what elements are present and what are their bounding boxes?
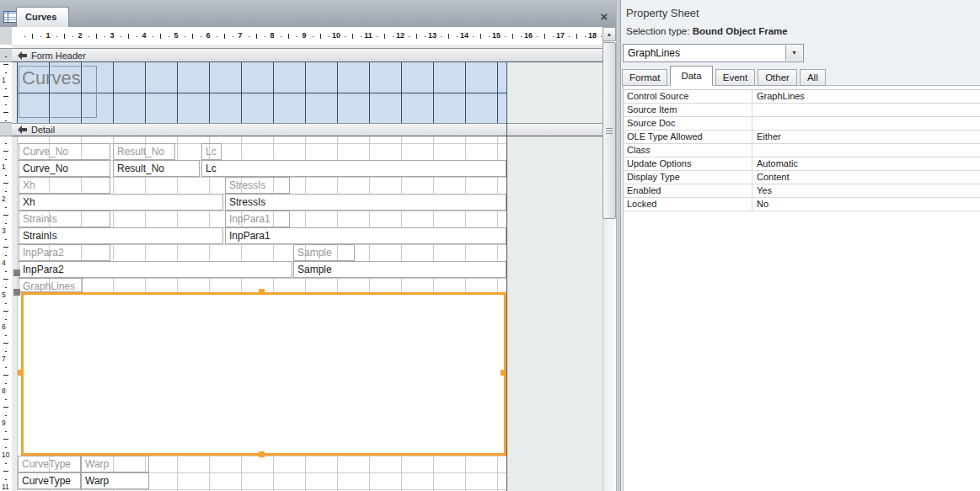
ruler-number: 14: [460, 31, 469, 40]
property-value[interactable]: Content: [752, 171, 980, 184]
selection-type-label: Selection type:: [626, 26, 689, 36]
field-caption-sample[interactable]: Sample: [293, 244, 355, 261]
ruler-mark: [137, 36, 137, 37]
ruler-number: 3: [110, 31, 114, 40]
field-caption-curve_no[interactable]: Curve_No: [19, 143, 110, 160]
move-handle-inppara2[interactable]: [13, 270, 20, 276]
field-textbox-lc[interactable]: Lc: [201, 160, 506, 177]
close-icon[interactable]: ×: [596, 8, 613, 25]
ruler-mark: [521, 36, 522, 37]
ruler-mark: [104, 36, 105, 37]
ruler-mark: [249, 36, 249, 37]
field-textbox-strainis[interactable]: StrainIs: [19, 227, 223, 244]
property-value[interactable]: GraphLines: [752, 90, 980, 103]
bound-object-frame-graphlines[interactable]: [21, 292, 506, 456]
ruler-mark: [88, 36, 89, 37]
ruler-number: 12: [396, 31, 404, 40]
ruler-mark: [3, 247, 8, 248]
section-bar-detail[interactable]: Detail: [12, 123, 602, 136]
field-caption-graphlines[interactable]: GraphLines: [19, 278, 83, 292]
field-caption-result_no[interactable]: Result_No: [113, 143, 175, 160]
ruler-number: 1: [2, 163, 6, 171]
ruler-number: 3: [2, 227, 6, 235]
property-name: Enabled: [624, 184, 752, 197]
field-caption-lc[interactable]: Lc: [201, 143, 222, 160]
field-textbox-inppara1[interactable]: InpPara1: [225, 227, 506, 244]
property-value[interactable]: [752, 104, 980, 116]
property-value[interactable]: Yes: [752, 184, 980, 197]
ruler-mark: [505, 36, 506, 37]
property-name: Control Source: [624, 90, 752, 103]
field-textbox-curvetype[interactable]: CurveType: [18, 472, 81, 489]
ruler-number: 8: [270, 31, 274, 40]
field-caption-inppara2[interactable]: InpPara2: [19, 244, 110, 261]
ruler-mark: [3, 375, 8, 376]
property-tab-all[interactable]: All: [800, 69, 826, 86]
ruler-number: 16: [524, 31, 533, 40]
resize-handle-left[interactable]: [18, 370, 24, 376]
property-value[interactable]: No: [752, 198, 980, 211]
property-value[interactable]: [752, 144, 980, 157]
ruler-mark: [601, 36, 602, 37]
ruler-mark: [120, 36, 121, 37]
tab-curves[interactable]: Curves: [16, 7, 69, 28]
ruler-corner: [0, 27, 13, 45]
resize-handle-bottom[interactable]: [259, 451, 265, 457]
field-caption-curvetype[interactable]: CurveType: [18, 456, 81, 472]
field-textbox-stressis[interactable]: StressIs: [225, 194, 506, 211]
ruler-number: 4: [142, 31, 146, 40]
ruler-mark: [5, 88, 7, 89]
field-caption-stressis[interactable]: StressIs: [225, 177, 290, 194]
object-selector-combobox[interactable]: GraphLines ▼: [623, 44, 804, 62]
property-value[interactable]: [752, 117, 980, 130]
ruler-mark: [345, 36, 345, 37]
ruler-number: 11: [2, 483, 9, 491]
ruler-mark: [201, 36, 201, 37]
field-textbox-result_no[interactable]: Result_No: [113, 160, 200, 177]
field-textbox-inppara2[interactable]: InpPara2: [19, 261, 292, 278]
chevron-down-icon[interactable]: ▼: [785, 45, 802, 61]
section-selector-detail[interactable]: [0, 122, 12, 136]
ruler-mark: [329, 36, 329, 37]
ruler-mark: [40, 36, 41, 37]
resize-handle-right[interactable]: [501, 370, 506, 376]
ruler-mark: [384, 34, 385, 39]
field-caption-xh[interactable]: Xh: [19, 177, 110, 194]
field-textbox-sample[interactable]: Sample: [293, 261, 506, 278]
section-label: Detail: [31, 125, 55, 135]
ruler-number: 8: [2, 387, 6, 395]
ruler-mark: [24, 36, 25, 37]
field-textbox-xh[interactable]: Xh: [19, 194, 223, 211]
property-value[interactable]: Either: [752, 131, 980, 143]
property-value[interactable]: Automatic: [752, 157, 980, 170]
ruler-mark: [217, 36, 217, 37]
section-bar-form-header[interactable]: Form Header: [12, 48, 602, 62]
scrollbar-thumb[interactable]: [602, 42, 616, 219]
property-tab-other[interactable]: Other: [758, 69, 797, 86]
ruler-mark: [569, 36, 570, 37]
detail-grid[interactable]: Curve_NoResult_NoLcCurve_NoResult_NoLcXh…: [17, 136, 506, 491]
resize-handle-top[interactable]: [259, 289, 265, 295]
document-tab-bar: Curves ×: [0, 0, 616, 28]
field-caption-warp[interactable]: Warp: [81, 456, 149, 472]
ruler-number: 15: [492, 31, 501, 40]
scroll-up-button[interactable]: ▲: [602, 27, 616, 41]
field-caption-strainis[interactable]: StrainIs: [19, 211, 110, 227]
ruler-mark: [3, 151, 8, 152]
field-caption-inppara1[interactable]: InpPara1: [225, 211, 290, 227]
property-tab-data[interactable]: Data: [670, 66, 712, 86]
form-title-label[interactable]: Curves: [19, 66, 97, 118]
ruler-number: 1: [46, 31, 50, 40]
ruler-number: 4: [2, 259, 6, 267]
section-selector-form-header[interactable]: [0, 48, 12, 62]
property-tab-event[interactable]: Event: [715, 69, 755, 86]
field-textbox-warp[interactable]: Warp: [81, 472, 149, 489]
property-name: Source Item: [624, 104, 752, 116]
ruler-mark: [5, 415, 7, 416]
ruler-mark: [377, 36, 378, 37]
field-textbox-curve_no[interactable]: Curve_No: [19, 160, 110, 177]
property-tab-format[interactable]: Format: [622, 69, 667, 86]
move-handle-frame[interactable]: [13, 289, 20, 296]
ruler-mark: [5, 431, 7, 432]
ruler-mark: [5, 207, 7, 208]
